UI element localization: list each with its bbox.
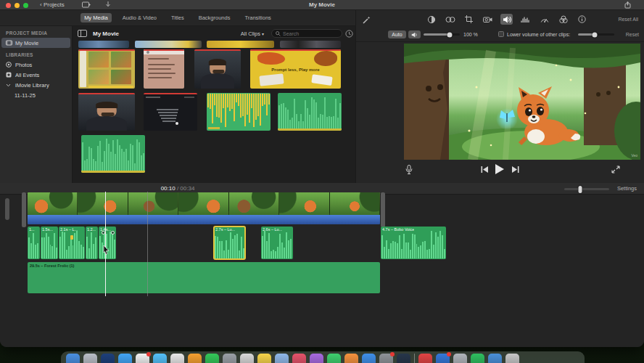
tab-transitions[interactable]: Transitions: [241, 13, 274, 23]
sidebar-item-label: All Events: [15, 72, 39, 78]
dock-app-icon[interactable]: [188, 354, 202, 363]
dock-app-icon[interactable]: [275, 354, 289, 363]
dock-app-icon[interactable]: [344, 354, 358, 363]
clock-icon[interactable]: [345, 30, 353, 38]
share-icon[interactable]: [624, 1, 631, 9]
audio-clip[interactable]: 1.2...: [86, 227, 98, 259]
dock-app-icon[interactable]: [327, 354, 341, 363]
timeline-zoom-slider[interactable]: [564, 188, 609, 190]
dock-app-icon[interactable]: [101, 354, 115, 363]
sidebar-item-label: My Movie: [15, 40, 38, 46]
clip-trim-handle-right[interactable]: [381, 192, 385, 227]
playhead[interactable]: [105, 192, 106, 296]
media-thumbnail-audio[interactable]: [81, 135, 145, 173]
sidebar-item-photos[interactable]: Photos: [1, 60, 70, 70]
clip-filter-dropdown[interactable]: All Clips ▾: [241, 30, 264, 37]
media-thumbnail-audio-yellow[interactable]: [207, 93, 271, 131]
sidebar-item-my-movie[interactable]: My Movie: [1, 38, 70, 48]
dock-app-icon[interactable]: [223, 354, 236, 363]
color-correction-icon[interactable]: [444, 14, 456, 25]
mouse-cursor: [103, 245, 110, 255]
media-thumbnail-collage[interactable]: [78, 49, 135, 89]
media-thumbnail-strip-yellow[interactable]: [207, 41, 274, 48]
reset-all-button[interactable]: Reset All: [618, 17, 638, 22]
next-frame-button[interactable]: [512, 166, 519, 173]
dock-app-icon[interactable]: [488, 354, 502, 363]
media-thumbnail-audio[interactable]: [278, 93, 342, 131]
dock-separator: [414, 354, 415, 363]
enhance-wand-icon[interactable]: [362, 15, 371, 25]
dock-app-icon[interactable]: [292, 354, 306, 363]
dock-app-icon[interactable]: [83, 354, 97, 363]
crop-icon[interactable]: [463, 14, 475, 25]
mute-speaker-button[interactable]: [408, 30, 421, 38]
fullscreen-icon[interactable]: [611, 166, 620, 174]
info-icon[interactable]: [576, 14, 588, 25]
audio-clip[interactable]: 1...: [28, 227, 40, 259]
play-button[interactable]: [495, 164, 504, 174]
dock-app-icon[interactable]: [118, 354, 132, 363]
volume-icon[interactable]: [500, 14, 513, 25]
dock-app-icon[interactable]: [257, 354, 271, 363]
dock-app-icon[interactable]: [397, 354, 410, 363]
dock-app-icon[interactable]: [379, 354, 393, 363]
sidebar-item-11-11-25[interactable]: 11-11-25: [1, 90, 70, 100]
lower-volume-checkbox[interactable]: [498, 31, 504, 37]
audio-clip[interactable]: 2.1s – L...: [59, 227, 85, 259]
voiceover-mic-icon[interactable]: [405, 165, 413, 175]
sidebar-item-imovie-library[interactable]: iMovie Library: [1, 80, 70, 90]
noise-reduction-icon[interactable]: [519, 14, 532, 25]
previous-frame-button[interactable]: [481, 166, 488, 173]
video-clip-filmstrip[interactable]: [28, 192, 380, 215]
beat-marker-icon[interactable]: [70, 235, 73, 240]
tab-titles[interactable]: Titles: [168, 13, 188, 23]
filmstrip-frame: [78, 192, 128, 215]
dock-app-icon[interactable]: [362, 354, 376, 363]
media-thumbnail-notes[interactable]: [144, 49, 184, 89]
timeline-scrollbar[interactable]: [5, 198, 9, 220]
dock-app-icon[interactable]: [66, 354, 80, 363]
stabilization-icon[interactable]: [482, 14, 494, 25]
audio-clip[interactable]: 4.7s – Bobo Voice: [381, 227, 446, 259]
lower-volume-slider[interactable]: [578, 33, 614, 36]
dock-app-icon[interactable]: [153, 354, 167, 363]
media-thumbnail-strip-blue[interactable]: [78, 41, 129, 48]
color-balance-icon[interactable]: [425, 14, 437, 25]
music-clip[interactable]: 29.5s – Forest Frolic (1): [28, 262, 380, 293]
tab-backgrounds[interactable]: Backgrounds: [195, 13, 234, 23]
audio-clip[interactable]: 2.6s – Lu...: [261, 227, 293, 259]
clip-trim-handle-left[interactable]: [22, 192, 26, 227]
reset-volume-button[interactable]: Reset: [626, 32, 639, 37]
timeline-settings-button[interactable]: Settings: [617, 185, 637, 192]
dock-app-icon[interactable]: [471, 354, 484, 363]
dock-app-icon[interactable]: [205, 354, 219, 363]
dock-app-icon[interactable]: [310, 354, 323, 363]
dock-app-icon[interactable]: [453, 354, 467, 363]
dock-app-icon[interactable]: [170, 354, 184, 363]
media-thumbnail-terminal[interactable]: [144, 93, 197, 131]
media-thumbnail-promo[interactable]: Prompt less, Play more: [250, 49, 341, 89]
dock-app-icon[interactable]: [436, 354, 450, 363]
tab-my-media[interactable]: My Media: [80, 13, 112, 23]
volume-slider[interactable]: [424, 33, 460, 36]
fade-handle[interactable]: [102, 231, 105, 234]
media-thumbnail-person[interactable]: [78, 93, 135, 131]
dock-app-icon[interactable]: [418, 354, 432, 363]
media-thumbnail-strip-blueyellow[interactable]: [135, 41, 202, 48]
media-thumbnail-person[interactable]: [194, 49, 241, 89]
search-input[interactable]: Search: [271, 29, 342, 38]
sidebar-toggle-icon[interactable]: [78, 30, 87, 37]
audio-clip[interactable]: 1.5s...: [41, 227, 58, 259]
audio-clip-selected[interactable]: 2.7s – Lu...: [214, 227, 245, 259]
video-audio-track[interactable]: [28, 215, 380, 224]
auto-volume-button[interactable]: Auto: [388, 30, 406, 38]
media-thumbnail-strip-dark[interactable]: [280, 41, 341, 48]
dock-app-icon[interactable]: [240, 354, 254, 363]
tab-audio-video[interactable]: Audio & Video: [119, 13, 160, 23]
clip-filter-icon[interactable]: [557, 14, 569, 25]
filmstrip-frame: [28, 192, 78, 215]
dock-app-icon[interactable]: [136, 354, 149, 363]
dock-app-icon[interactable]: [505, 354, 519, 363]
sidebar-item-all-events[interactable]: All Events: [1, 70, 70, 80]
speed-icon[interactable]: [538, 14, 550, 25]
